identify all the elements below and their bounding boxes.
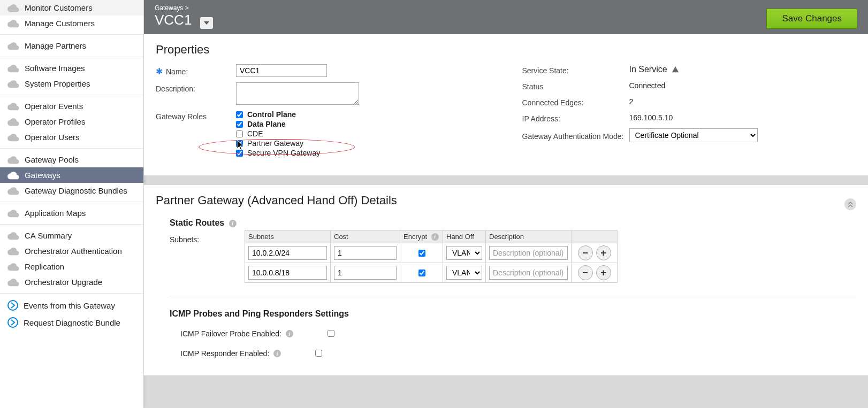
sidebar-item-manage-partners[interactable]: Manage Partners: [0, 38, 143, 53]
add-row-button[interactable]: +: [596, 265, 611, 280]
cost-input[interactable]: [334, 246, 397, 260]
sidebar-separator: [0, 57, 143, 57]
sidebar-item-software-images[interactable]: Software Images: [0, 60, 143, 76]
cloud-icon: [7, 19, 19, 28]
info-icon[interactable]: i: [229, 220, 237, 227]
sidebar-item-ca-summary[interactable]: CA Summary: [0, 228, 143, 243]
add-row-button[interactable]: +: [596, 245, 611, 260]
name-input[interactable]: [236, 64, 327, 77]
role-label: Data Plane: [247, 120, 286, 128]
gateway-dropdown-toggle[interactable]: [200, 17, 213, 29]
role-checkbox-partner-gateway[interactable]: [236, 140, 243, 147]
info-icon[interactable]: i: [431, 233, 439, 241]
cloud-icon: [7, 42, 19, 50]
subnet-input[interactable]: [248, 246, 327, 260]
icmp-failover-checkbox[interactable]: [328, 330, 334, 337]
sidebar-item-operator-users[interactable]: Operator Users: [0, 129, 143, 145]
role-checkbox-cde[interactable]: [236, 130, 243, 137]
info-icon[interactable]: i: [273, 350, 281, 357]
subnets-label: Subnets:: [170, 230, 234, 244]
sidebar-separator: [0, 34, 143, 35]
role-option-data-plane: Data Plane: [236, 120, 320, 128]
role-checkbox-data-plane[interactable]: [236, 121, 243, 128]
role-checkbox-secure-vpn-gateway[interactable]: [236, 150, 243, 157]
sidebar-item-gateway-pools[interactable]: Gateway Pools: [0, 152, 143, 167]
route-description-input[interactable]: [489, 266, 568, 280]
cloud-icon: [7, 80, 19, 88]
sidebar-item-system-properties[interactable]: System Properties: [0, 76, 143, 91]
cloud-icon: [7, 209, 19, 218]
encrypt-checkbox[interactable]: [418, 270, 425, 276]
static-routes-heading: Static Routes: [170, 218, 224, 227]
required-star-icon: ✱: [156, 67, 163, 76]
sidebar-item-label: Monitor Customers: [25, 3, 93, 12]
route-description-input[interactable]: [489, 246, 568, 260]
sidebar-item-manage-customers[interactable]: Manage Customers: [0, 16, 143, 31]
sidebar-item-label: Operator Profiles: [25, 117, 85, 126]
sidebar-item-orchestrator-authentication[interactable]: Orchestrator Authentication: [0, 243, 143, 259]
connected-edges-value: 2: [629, 97, 634, 106]
icmp-responder-label: ICMP Responder Enabled:: [180, 349, 269, 358]
sidebar-item-label: Manage Customers: [25, 19, 95, 28]
sidebar-link-request-diagnostic-bundle[interactable]: Request Diagnostic Bundle: [0, 314, 143, 331]
chevron-down-icon: [204, 21, 209, 25]
table-header-row: Subnets Cost Encrypt i Hand Off Descript…: [245, 230, 618, 243]
role-checkbox-control-plane[interactable]: [236, 111, 243, 118]
cloud-icon: [7, 171, 19, 180]
encrypt-checkbox[interactable]: [418, 250, 425, 257]
partner-gateway-heading: Partner Gateway (Advanced Hand Off) Deta…: [156, 194, 397, 207]
sidebar-item-label: Orchestrator Upgrade: [25, 278, 102, 287]
handoff-select[interactable]: VLAN: [446, 266, 482, 280]
col-description: Description: [486, 230, 572, 243]
cloud-icon: [7, 232, 19, 240]
sidebar-item-orchestrator-upgrade[interactable]: Orchestrator Upgrade: [0, 274, 143, 290]
handoff-select[interactable]: VLAN: [446, 246, 482, 260]
role-option-cde: CDE: [236, 129, 320, 138]
sidebar-item-label: Software Images: [25, 64, 85, 73]
cloud-icon: [7, 187, 19, 195]
icmp-responder-checkbox[interactable]: [315, 350, 322, 357]
sidebar-item-label: Gateways: [25, 171, 60, 180]
sidebar-item-label: Gateway Diagnostic Bundles: [25, 186, 127, 195]
sidebar-item-replication[interactable]: Replication: [0, 259, 143, 274]
role-label: Control Plane: [247, 110, 296, 119]
cloud-icon: [7, 64, 19, 73]
breadcrumb[interactable]: Gateways >: [155, 4, 213, 12]
status-label: Status: [522, 80, 629, 91]
cloud-icon: [7, 278, 19, 287]
description-textarea[interactable]: [236, 82, 359, 105]
sidebar-item-label: Orchestrator Authentication: [25, 247, 122, 256]
arrow-right-circle-icon: [7, 317, 18, 328]
auth-mode-select[interactable]: Certificate Optional: [629, 128, 758, 142]
col-subnets: Subnets: [245, 230, 331, 243]
sidebar-item-gateways[interactable]: Gateways: [0, 167, 143, 183]
service-state-value: In Service: [629, 65, 667, 74]
sidebar-item-label: Operator Events: [25, 102, 83, 111]
collapse-panel-button[interactable]: [844, 198, 856, 210]
gateway-roles-label: Gateway Roles: [156, 110, 236, 121]
remove-row-button[interactable]: −: [578, 265, 593, 280]
sidebar-item-operator-profiles[interactable]: Operator Profiles: [0, 114, 143, 129]
static-routes-table: Subnets Cost Encrypt i Hand Off Descript…: [245, 230, 618, 283]
properties-heading: Properties: [156, 43, 856, 57]
remove-row-button[interactable]: −: [578, 245, 593, 260]
subnet-input[interactable]: [248, 266, 327, 280]
col-cost: Cost: [331, 230, 400, 243]
cost-input[interactable]: [334, 266, 397, 280]
sidebar-item-label: Manage Partners: [25, 41, 86, 50]
role-option-partner-gateway: Partner Gateway: [236, 139, 320, 148]
sidebar-separator: [0, 202, 143, 202]
sidebar-item-application-maps[interactable]: Application Maps: [0, 205, 143, 221]
sidebar-item-label: System Properties: [25, 79, 90, 88]
save-changes-button[interactable]: Save Changes: [766, 9, 857, 29]
sidebar-item-gateway-diagnostic-bundles[interactable]: Gateway Diagnostic Bundles: [0, 183, 143, 198]
cloud-icon: [7, 4, 19, 12]
info-icon[interactable]: i: [286, 330, 293, 337]
sidebar-item-monitor-customers[interactable]: Monitor Customers: [0, 0, 143, 16]
sidebar-link-events-from-this-gateway[interactable]: Events from this Gateway: [0, 297, 143, 314]
cloud-icon: [7, 118, 19, 126]
sidebar-item-operator-events[interactable]: Operator Events: [0, 98, 143, 114]
chevron-up-double-icon: [848, 202, 853, 207]
sidebar-item-label: CA Summary: [25, 231, 72, 240]
role-label: Partner Gateway: [247, 139, 303, 148]
